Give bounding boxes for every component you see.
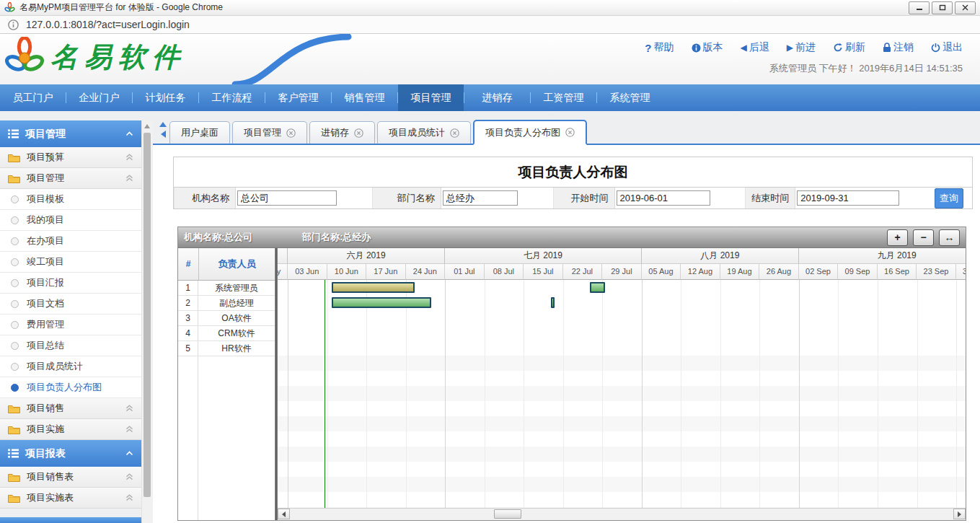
sidebar-folder-项目实施[interactable]: 项目实施	[0, 419, 141, 440]
row-index: 2	[178, 296, 198, 310]
gantt-bar-系统管理员[interactable]	[332, 282, 415, 293]
nav-item-7[interactable]: 项目管理	[398, 84, 464, 111]
sidebar-section-项目管理[interactable]: 项目管理	[0, 120, 141, 147]
nav-item-4[interactable]: 工作流程	[199, 84, 265, 111]
tab-项目管理[interactable]: 项目管理	[232, 121, 307, 144]
tab-项目成员统计[interactable]: 项目成员统计	[377, 121, 471, 144]
header-link-help[interactable]: ?帮助	[645, 41, 674, 54]
maximize-button[interactable]	[932, 1, 953, 14]
sidebar-section-项目报表[interactable]: 项目报表	[0, 440, 141, 467]
sidebar-folder-项目预算[interactable]: 项目预算	[0, 147, 141, 168]
header-link-lock[interactable]: 注销	[883, 41, 914, 54]
sidebar-item-项目成员统计[interactable]: 项目成员统计	[0, 356, 141, 377]
gantt-bar-副总经理[interactable]	[332, 297, 431, 308]
scrollbar-up-icon[interactable]	[144, 124, 150, 128]
gantt-hscrollbar[interactable]	[278, 508, 966, 520]
tab-close-icon[interactable]	[354, 128, 363, 138]
sidebar-item-项目总结[interactable]: 项目总结	[0, 335, 141, 356]
row-index: 5	[178, 341, 198, 356]
tab-用户桌面[interactable]: 用户桌面	[169, 121, 230, 144]
header-link-forward[interactable]: ▶前进	[787, 41, 816, 54]
nav-item-5[interactable]: 客户管理	[265, 84, 331, 111]
sidebar-item-在办项目[interactable]: 在办项目	[0, 231, 141, 252]
filter-input-机构名称[interactable]	[237, 190, 337, 206]
month-cell: 六月 2019	[288, 248, 445, 264]
tab-进销存[interactable]: 进销存	[309, 121, 375, 144]
tab-scroll-left-icon[interactable]	[161, 131, 166, 138]
hscroll-right-icon[interactable]	[953, 509, 966, 519]
filter-panel: 项目负责人分布图 机构名称部门名称开始时间结束时间查询	[173, 157, 973, 209]
radio-dot-icon	[11, 237, 19, 245]
gantt-titlebar: 机构名称:总公司 部门名称:总经办 + − ↔	[178, 227, 966, 248]
tab-scroll-up-icon[interactable]	[159, 122, 167, 127]
sidebar-item-竣工项目[interactable]: 竣工项目	[0, 252, 141, 273]
sidebar-folder-项目销售[interactable]: 项目销售	[0, 398, 141, 419]
sidebar-scrollbar-thumb[interactable]	[144, 133, 151, 497]
sidebar-folder-label: 项目管理	[27, 172, 64, 185]
person-name: OA软件	[198, 311, 275, 325]
search-button[interactable]: 查询	[935, 188, 963, 208]
zoom-out-button[interactable]: −	[913, 229, 934, 246]
tab-close-icon[interactable]	[565, 128, 575, 137]
row-index: 4	[178, 326, 198, 340]
nav-item-3[interactable]: 计划任务	[133, 84, 198, 111]
sidebar-item-项目模板[interactable]: 项目模板	[0, 189, 141, 210]
nav-item-9[interactable]: 工资管理	[531, 84, 596, 111]
address-bar[interactable]: 127.0.0.1:8018/?act=userLogin.login	[0, 16, 980, 34]
week-cell: 24 Jun	[406, 264, 446, 280]
header-link-back[interactable]: ◀后退	[741, 41, 769, 54]
table-row: 4CRM软件	[178, 326, 275, 341]
double-chevron-up-icon	[125, 426, 133, 433]
tab-label: 项目成员统计	[389, 126, 445, 139]
sidebar-item-项目负责人分布图[interactable]: 项目负责人分布图	[0, 377, 141, 398]
table-row: 1系统管理员	[178, 281, 275, 296]
sidebar-item-label: 项目汇报	[27, 276, 64, 289]
header-link-refresh[interactable]: 刷新	[833, 41, 865, 54]
close-button[interactable]	[955, 1, 976, 14]
nav-item-8[interactable]: 进销存	[464, 84, 530, 111]
sidebar-item-我的项目[interactable]: 我的项目	[0, 210, 141, 231]
gantt-grid-line	[485, 280, 485, 508]
filter-spacer	[344, 188, 372, 208]
filter-input-部门名称[interactable]	[443, 190, 518, 206]
header-link-power[interactable]: 退出	[931, 41, 963, 54]
tab-close-icon[interactable]	[286, 128, 296, 138]
nav-item-10[interactable]: 系统管理	[597, 84, 663, 111]
nav-item-2[interactable]: 企业门户	[66, 84, 132, 111]
tab-项目负责人分布图[interactable]: 项目负责人分布图	[473, 120, 587, 145]
page-info-icon[interactable]	[8, 19, 19, 30]
gantt-bar-副总经理[interactable]	[551, 297, 555, 308]
gantt-month-row: 六月 2019七月 2019八月 2019九月 2019	[278, 248, 966, 264]
nav-item-6[interactable]: 销售管理	[332, 84, 397, 111]
sidebar-folder-label: 项目预算	[27, 151, 64, 164]
nav-item-1[interactable]: 员工门户	[0, 84, 66, 111]
gantt-bar-系统管理员[interactable]	[590, 282, 605, 293]
tab-close-icon[interactable]	[450, 128, 459, 138]
hscroll-thumb[interactable]	[494, 509, 521, 519]
person-name: 副总经理	[198, 296, 275, 310]
fit-width-button[interactable]: ↔	[939, 229, 960, 246]
sidebar-item-费用管理[interactable]: 费用管理	[0, 315, 141, 335]
sidebar-folder-项目管理[interactable]: 项目管理	[0, 168, 141, 189]
hscroll-left-icon[interactable]	[278, 509, 290, 519]
week-cell: 05 Aug	[642, 264, 681, 280]
radio-dot-icon	[11, 363, 19, 371]
filter-input-开始时间[interactable]	[617, 190, 710, 206]
radio-dot-icon	[11, 195, 19, 203]
gantt-toolbar: + − ↔	[887, 229, 960, 246]
header-link-info[interactable]: 版本	[692, 41, 723, 54]
week-cell: 30 Sep	[956, 264, 966, 280]
header-swoosh-decoration	[229, 34, 352, 87]
minimize-button[interactable]	[909, 1, 930, 14]
sidebar-item-项目文档[interactable]: 项目文档	[0, 294, 141, 315]
sidebar-item-项目汇报[interactable]: 项目汇报	[0, 273, 141, 294]
sidebar: 项目管理项目预算项目管理项目模板我的项目在办项目竣工项目项目汇报项目文档费用管理…	[0, 120, 141, 523]
filter-input-cell	[795, 188, 906, 208]
filter-input-结束时间[interactable]	[797, 190, 899, 206]
url-text[interactable]: 127.0.0.1:8018/?act=userLogin.login	[26, 19, 190, 30]
sidebar-scrollbar[interactable]	[141, 120, 153, 523]
header-link-label: 前进	[795, 41, 816, 54]
sidebar-folder-项目销售表[interactable]: 项目销售表	[0, 467, 141, 488]
sidebar-folder-项目实施表[interactable]: 项目实施表	[0, 488, 141, 509]
zoom-in-button[interactable]: +	[887, 229, 908, 246]
